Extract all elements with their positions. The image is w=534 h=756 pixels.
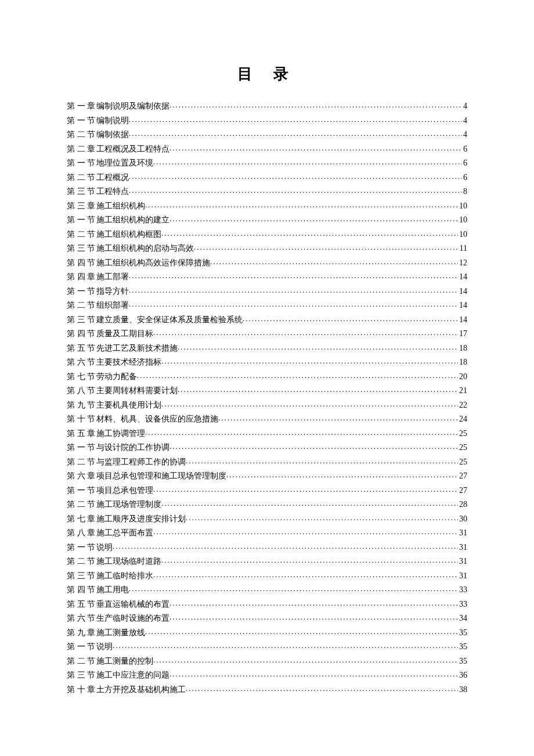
toc-entry-title: 施工中应注意的问题 (96, 671, 169, 679)
toc-entry-title: 施工组织机构高效运作保障措施 (96, 259, 210, 267)
toc-label: 第 二 节 (67, 501, 96, 509)
toc-row: 第 八 章 施工总平面布置31 (67, 527, 467, 542)
toc-entry-title: 主要周转材料需要计划 (96, 387, 178, 395)
toc-leader-dots (153, 570, 458, 578)
toc-leader-dots (210, 257, 458, 265)
toc-leader-dots (153, 328, 458, 336)
toc-label: 第 一 节 (67, 159, 96, 167)
toc-page-number: 31 (458, 529, 467, 537)
toc-entry-title: 编制说明及编制依据 (96, 102, 169, 110)
toc-page-number: 33 (458, 586, 467, 594)
toc-page-number: 25 (458, 458, 467, 466)
toc-leader-dots (129, 584, 458, 592)
toc-leader-dots (161, 499, 458, 507)
toc-leader-dots (169, 669, 458, 678)
toc-row: 第 二 节 组织部署14 (67, 300, 467, 314)
toc-label: 第 一 节 (67, 117, 96, 125)
toc-row: 第 二 节 施工组织机构框图10 (67, 229, 467, 243)
toc-entry-title: 地理位置及环境 (96, 159, 153, 167)
toc-leader-dots (226, 470, 458, 478)
toc-row: 第 四 节 施工组织机构高效运作保障措施12 (67, 257, 467, 272)
toc-leader-dots (161, 556, 458, 564)
toc-page-number: 10 (458, 231, 467, 239)
toc-leader-dots (169, 613, 458, 621)
toc-page-number: 10 (458, 216, 467, 224)
toc-page-number: 4 (462, 131, 467, 139)
toc-page-number: 28 (458, 501, 467, 509)
toc-entry-title: 工程概况及工程特点 (96, 145, 169, 153)
toc-leader-dots (194, 243, 459, 251)
toc-label: 第 七 章 (67, 515, 96, 523)
toc-label: 第 一 节 (67, 543, 96, 552)
toc-page-number: 27 (458, 472, 467, 480)
toc-label: 第 二 章 (67, 145, 96, 153)
toc-page-number: 6 (462, 174, 467, 182)
toc-row: 第 一 节 编制说明4 (67, 115, 467, 129)
toc-row: 第 三 节 施工中应注意的问题36 (67, 669, 467, 684)
toc-entry-title: 施工顺序及进度安排计划 (96, 515, 186, 523)
toc-page-number: 25 (458, 444, 467, 452)
toc-page-number: 33 (458, 600, 467, 609)
toc-entry-title: 施工临时给排水 (96, 572, 153, 580)
toc-entry-title: 工程特点 (96, 188, 129, 196)
toc-row: 第 十 节 材料、机具、设备供应的应急措施24 (67, 413, 467, 428)
toc-row: 第 六 节 生产临时设施的布置34 (67, 613, 467, 627)
toc-entry-title: 施工总平面布置 (96, 529, 153, 537)
toc-row: 第 一 节 说明31 (67, 542, 467, 556)
toc-row: 第 二 节 施工现场临时道路31 (67, 556, 467, 570)
toc-entry-title: 土方开挖及基础机构施工 (96, 686, 186, 694)
toc-row: 第 七 章 施工顺序及进度安排计划30 (67, 513, 467, 528)
toc-label: 第 四 章 (67, 273, 96, 281)
toc-page-number: 22 (458, 401, 467, 409)
toc-row: 第 五 节 垂直运输机械的布置33 (67, 599, 467, 613)
toc-leader-dots (178, 385, 458, 393)
toc-row: 第 三 章 施工组织机构10 (67, 200, 467, 215)
toc-page-number: 25 (458, 430, 467, 438)
toc-row: 第 七 节 劳动力配备20 (67, 371, 467, 386)
toc-label: 第 二 节 (67, 131, 96, 139)
toc-entry-title: 建立质量、安全保证体系及质量检验系统 (96, 316, 243, 324)
toc-page-number: 20 (458, 373, 467, 381)
toc-page-number: 35 (458, 657, 467, 665)
toc-page-number: 14 (458, 287, 467, 296)
toc-leader-dots (145, 428, 458, 436)
toc-entry-title: 工程概况 (96, 174, 129, 182)
toc-row: 第 五 节 先进工艺及新技术措施18 (67, 343, 467, 357)
toc-page-number: 14 (458, 316, 467, 324)
toc-entry-title: 编制说明 (96, 117, 129, 125)
toc-label: 第 六 节 (67, 614, 96, 622)
toc-leader-dots (169, 442, 458, 450)
toc-page-number: 14 (458, 301, 467, 309)
toc-entry-title: 主要技术经济指标 (96, 358, 161, 366)
toc-entry-title: 施工组织机构框图 (96, 231, 161, 239)
toc-row: 第 二 节 编制依据4 (67, 129, 467, 143)
toc-page-number: 24 (458, 415, 467, 423)
toc-entry-title: 说明 (96, 543, 113, 552)
toc-leader-dots (153, 656, 458, 664)
toc-entry-title: 施工测量放线 (96, 629, 145, 637)
toc-entry-title: 劳动力配备 (96, 373, 137, 381)
toc-page-number: 12 (458, 259, 467, 267)
toc-label: 第 六 章 (67, 472, 96, 480)
toc-leader-dots (161, 399, 458, 408)
toc-entry-title: 垂直运输机械的布置 (96, 600, 169, 609)
toc-label: 第 三 节 (67, 244, 96, 253)
toc-page-number: 17 (458, 330, 467, 338)
toc-entry-title: 编制依据 (96, 131, 129, 139)
toc-page-number: 35 (458, 629, 467, 637)
toc-page-number: 14 (458, 273, 467, 281)
toc-row: 第 六 章 项目总承包管理和施工现场管理制度27 (67, 470, 467, 485)
toc-row: 第 八 节 主要周转材料需要计划21 (67, 385, 467, 399)
toc-leader-dots (113, 542, 458, 550)
toc-page-number: 11 (459, 244, 467, 253)
toc-leader-dots (129, 286, 458, 294)
toc-page-number: 30 (458, 515, 467, 523)
toc-entry-title: 项目总承包管理 (96, 487, 153, 495)
toc-label: 第 一 节 (67, 287, 96, 296)
toc-page-number: 10 (458, 202, 467, 210)
toc-label: 第 十 节 (67, 415, 96, 423)
toc-row: 第 六 节 主要技术经济指标18 (67, 357, 467, 371)
toc-row: 第 一 节 项目总承包管理27 (67, 485, 467, 499)
toc-label: 第 十 章 (67, 686, 96, 694)
toc-row: 第 九 节 主要机具使用计划22 (67, 399, 467, 414)
